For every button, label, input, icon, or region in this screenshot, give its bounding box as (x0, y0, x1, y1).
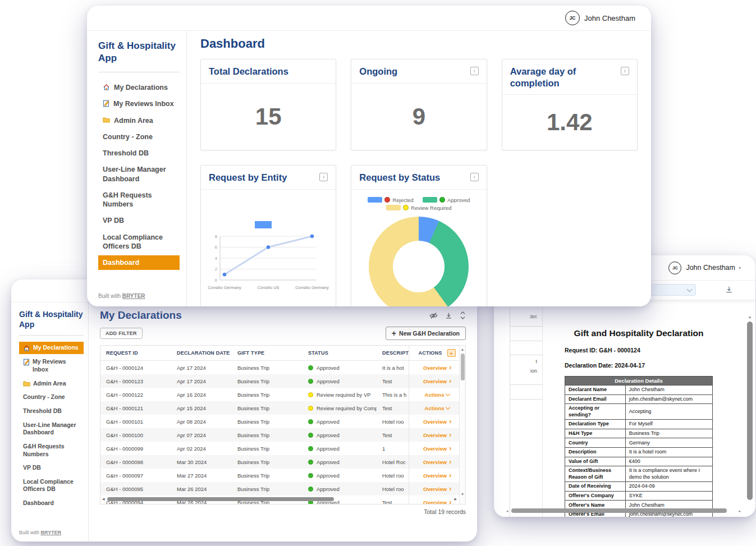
sidebar-item-vp-db[interactable]: VP DB (98, 213, 180, 228)
sidebar-item-country-zone[interactable]: Country - Zone (98, 130, 180, 144)
scroll-left-icon[interactable]: ◂ (102, 497, 105, 502)
details-label: Offerer's Company (565, 491, 626, 501)
cell-status: Review required by VP (303, 388, 377, 401)
status-dot-yellow (308, 392, 313, 397)
overview-link[interactable]: Overview› (423, 378, 451, 384)
cell-description: Test (377, 428, 409, 442)
info-icon[interactable]: i (470, 67, 479, 75)
document-version-select[interactable] (647, 284, 696, 296)
document-title: Gift and Hospitality Declaration (565, 328, 713, 338)
table-row: G&H - 0000099Apr 02 2024Business TripApp… (100, 442, 465, 455)
scrollbar-thumb[interactable] (747, 322, 753, 500)
cell-date: Apr 15 2024 (171, 401, 232, 415)
info-icon[interactable]: i (621, 67, 629, 75)
scrollbar-thumb[interactable] (107, 497, 334, 501)
cell-date: Mar 27 2024 (171, 469, 232, 482)
sidebar-item-vp-db[interactable]: VP DB (19, 462, 84, 474)
legend-item-approved: Approved (423, 197, 470, 203)
avatar[interactable]: JC (565, 11, 580, 25)
sidebar-item-my-declarations[interactable]: My Declarations (98, 80, 180, 95)
sidebar-item-my-reviews-inbox[interactable]: My Reviews Inbox (19, 356, 84, 375)
cell-description: It is a hot (377, 361, 409, 374)
download-icon[interactable] (725, 286, 733, 293)
sidebar-item-admin-area[interactable]: Admin Area (19, 378, 84, 390)
overview-link[interactable]: Overview› (423, 418, 451, 425)
cell-actions: Overview› (409, 415, 465, 428)
table-text-fragment: t (535, 359, 537, 364)
cell-gift-type: Business Trip (232, 388, 303, 401)
sidebar-item-user-line-manager-dashboard[interactable]: User-Line Manager Dashboard (19, 419, 84, 439)
background-table-column: .tec t ion (510, 300, 543, 517)
user-menu-caret-icon[interactable]: ▾ (739, 265, 741, 270)
bryter-link[interactable]: BRYTER (122, 293, 145, 299)
info-icon[interactable]: i (319, 173, 328, 181)
actions-menu[interactable]: Actions (425, 392, 450, 398)
scrollbar-thumb[interactable] (461, 354, 465, 380)
info-icon[interactable]: i (470, 173, 479, 181)
sidebar-item-label: G&H Requests Numbers (23, 443, 80, 458)
sidebar-item-threshold-db[interactable]: Threshold DB (19, 405, 84, 417)
scroll-down-icon[interactable]: ▼ (461, 492, 465, 496)
table-horizontal-scrollbar[interactable]: ◂ ▸ (102, 496, 457, 502)
sidebar-item-my-declarations[interactable]: My Declarations (19, 342, 84, 354)
column-header-declaration-date[interactable]: DECLARATION DATE (171, 346, 232, 360)
overview-link[interactable]: Overview› (423, 472, 451, 479)
built-with: Built with BRYTER (19, 530, 84, 535)
sidebar-item-dashboard[interactable]: Dashboard (19, 497, 84, 510)
add-filter-button[interactable]: ADD FILTER (100, 328, 143, 339)
overview-link[interactable]: Overview› (423, 458, 451, 465)
sidebar-item-my-reviews-inbox[interactable]: My Reviews Inbox (98, 97, 180, 111)
sidebar-item-threshold-db[interactable]: Threshold DB (98, 146, 180, 160)
chevron-down-icon (687, 287, 693, 292)
column-header-status[interactable]: STATUS (303, 346, 377, 360)
overview-link[interactable]: Overview› (423, 432, 451, 438)
details-label: Description (565, 448, 626, 457)
user-name: John Chestham (686, 264, 735, 272)
column-header-descript[interactable]: DESCRIPT (377, 346, 409, 360)
house-icon (103, 84, 110, 91)
scroll-right-icon[interactable]: ▸ (454, 497, 457, 502)
sort-icon[interactable] (460, 311, 466, 319)
avatar[interactable]: JC (668, 261, 681, 274)
overview-link[interactable]: Overview› (423, 485, 451, 492)
table-row: G&H - 0000124Apr 17 2024Business TripApp… (100, 361, 465, 374)
pin-column-icon[interactable]: ▸ (447, 349, 456, 357)
new-declaration-button[interactable]: + New G&H Declaration (386, 327, 466, 340)
scrollbar-thumb[interactable] (511, 508, 727, 513)
svg-text:4: 4 (215, 255, 217, 260)
page-title: My Declarations (100, 309, 182, 322)
column-header-actions[interactable]: ACTIONS▸ (409, 346, 465, 360)
download-icon[interactable] (445, 312, 452, 319)
declaration-details-table: Declaration Details Declarant NameJohn C… (565, 376, 713, 517)
overview-link[interactable]: Overview› (423, 445, 451, 452)
cell-gift-type: Business Trip (232, 374, 303, 388)
sidebar-item-g-h-requests-numbers[interactable]: G&H Requests Numbers (19, 441, 84, 460)
donut-chart (369, 217, 469, 306)
sidebar-item-dashboard[interactable]: Dashboard (98, 255, 180, 270)
cell-actions: Overview› (409, 469, 465, 482)
document-horizontal-scrollbar[interactable]: ◂ ▸ (506, 508, 741, 513)
cell-gift-type: Business Trip (232, 415, 303, 428)
overview-link[interactable]: Overview› (423, 364, 451, 371)
scroll-up-icon[interactable]: ▲ (461, 347, 465, 351)
document-vertical-scrollbar[interactable]: ▲ (747, 315, 753, 500)
column-header-request-id[interactable]: REQUEST ID (100, 346, 171, 360)
cell-id: G&H - 0000122 (100, 388, 171, 401)
scroll-up-icon[interactable]: ▲ (748, 315, 752, 319)
scroll-right-icon[interactable]: ▸ (739, 509, 741, 513)
sidebar-item-admin-area[interactable]: Admin Area (98, 113, 180, 128)
bryter-link[interactable]: BRYTER (41, 530, 62, 535)
cell-id: G&H - 0000097 (100, 469, 171, 482)
scroll-left-icon[interactable]: ◂ (506, 509, 508, 513)
hide-columns-icon[interactable] (429, 312, 438, 319)
sidebar-item-local-compliance-officers-db[interactable]: Local Compliance Officers DB (98, 230, 180, 254)
actions-menu[interactable]: Actions (425, 405, 450, 411)
sidebar-item-local-compliance-officers-db[interactable]: Local Compliance Officers DB (19, 476, 84, 495)
sidebar-item-g-h-requests-numbers[interactable]: G&H Requests Numbers (98, 188, 180, 212)
legend-swatch (368, 197, 382, 203)
sidebar-item-country-zone[interactable]: Country - Zone (19, 391, 84, 403)
details-table-header: Declaration Details (565, 377, 713, 386)
table-vertical-scrollbar[interactable]: ▲ ▼ (459, 346, 465, 504)
sidebar-item-user-line-manager-dashboard[interactable]: User-Line Manager Dashboard (98, 162, 180, 186)
column-header-gift-type[interactable]: GIFT TYPE (232, 346, 303, 360)
